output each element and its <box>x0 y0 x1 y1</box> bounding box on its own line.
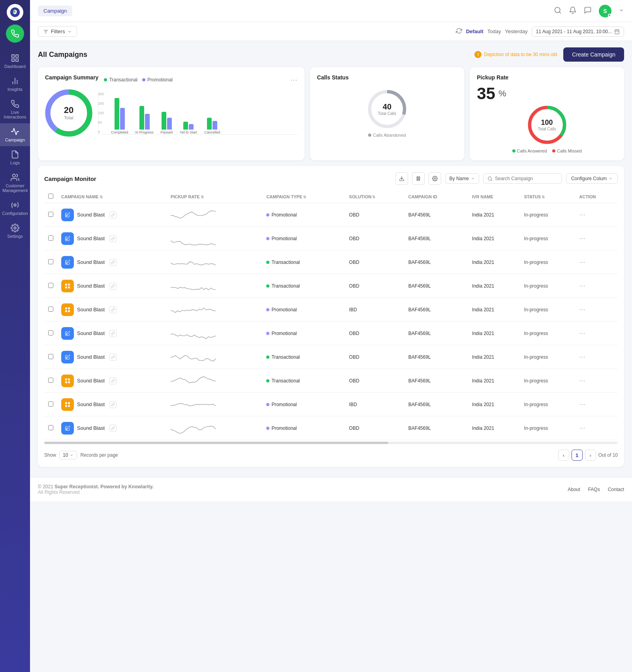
table-scrollbar[interactable] <box>44 442 618 444</box>
status-badge: In-progress <box>520 203 576 227</box>
row-more-icon[interactable]: ⋯ <box>579 377 586 384</box>
pickup-rate-cell <box>167 369 262 393</box>
sort-name-icon[interactable]: ⇅ <box>100 195 103 199</box>
campaign-tab[interactable]: Campaign <box>38 6 72 16</box>
campaign-link-icon[interactable] <box>109 330 117 337</box>
sort-pickup-icon[interactable]: ⇅ <box>201 195 204 199</box>
col-status: STATUS <box>524 194 541 199</box>
dropdown-chevron-icon[interactable] <box>619 8 624 14</box>
card-more-icon[interactable]: ⋯ <box>290 75 297 84</box>
campaign-link-icon[interactable] <box>109 259 117 266</box>
row-checkbox[interactable] <box>48 425 53 430</box>
select-all-checkbox[interactable] <box>48 194 53 199</box>
campaign-name: Sound Blast <box>77 330 105 336</box>
campaign-link-icon[interactable] <box>109 401 117 408</box>
campaign-link-icon[interactable] <box>109 282 117 290</box>
sidebar-item-logs[interactable]: Logs <box>0 146 30 169</box>
notification-icon[interactable] <box>569 6 577 15</box>
date-today-btn[interactable]: Today <box>487 28 501 34</box>
row-more-icon[interactable]: ⋯ <box>579 354 586 360</box>
pause-icon[interactable] <box>412 172 425 185</box>
campaign-type-cell: Promotional <box>262 322 345 345</box>
row-checkbox[interactable] <box>48 259 53 264</box>
search-icon[interactable] <box>554 6 562 15</box>
row-more-icon[interactable]: ⋯ <box>579 330 586 337</box>
sort-type-icon[interactable]: ⇅ <box>303 195 306 199</box>
row-more-icon[interactable]: ⋯ <box>579 282 586 289</box>
sidebar-item-live-interactions[interactable]: Live Interactions <box>0 96 30 123</box>
row-checkbox[interactable] <box>48 401 53 407</box>
row-checkbox[interactable] <box>48 354 53 359</box>
topbar-icons: S <box>554 5 624 17</box>
ivr-name-cell: India 2021 <box>468 298 520 322</box>
date-default-btn[interactable]: Default <box>466 28 483 34</box>
campaign-type-cell: Transactional <box>262 274 345 298</box>
sidebar-item-label: Campaign <box>5 137 25 142</box>
create-campaign-button[interactable]: Create Campaign <box>563 47 624 62</box>
main-content: All Campaigns ! Depiction of data to be … <box>30 41 632 473</box>
row-checkbox[interactable] <box>48 330 53 335</box>
user-avatar[interactable]: S <box>599 5 611 17</box>
row-more-icon[interactable]: ⋯ <box>579 259 586 265</box>
row-checkbox[interactable] <box>48 212 53 217</box>
settings-icon[interactable] <box>429 172 441 185</box>
campaign-link-icon[interactable] <box>109 377 117 384</box>
campaign-link-icon[interactable] <box>109 211 117 218</box>
svg-point-45 <box>66 358 67 359</box>
row-more-icon[interactable]: ⋯ <box>579 425 586 431</box>
row-checkbox[interactable] <box>48 235 53 241</box>
row-checkbox[interactable] <box>48 307 53 312</box>
calls-donut-chart: 40 Total Calls <box>367 89 407 129</box>
svg-rect-41 <box>68 307 70 309</box>
campaign-cell: Sound Blast <box>61 256 163 269</box>
table-row: Sound Blast Promotional OBD BAF4569L Ind… <box>44 322 618 345</box>
sort-status-icon[interactable]: ⇅ <box>542 195 545 199</box>
download-icon[interactable] <box>395 172 408 185</box>
sort-select[interactable]: By Name <box>445 173 479 184</box>
campaign-link-icon[interactable] <box>109 235 117 242</box>
sidebar-item-campaign[interactable]: Campaign <box>0 123 30 146</box>
search-campaign-input[interactable] <box>495 176 558 181</box>
sidebar-item-settings[interactable]: Settings <box>0 220 30 243</box>
sidebar-item-configuration[interactable]: Configuration <box>0 197 30 220</box>
svg-rect-37 <box>68 284 70 286</box>
chat-icon[interactable] <box>584 6 592 15</box>
campaign-link-icon[interactable] <box>109 354 117 361</box>
configure-columns-button[interactable]: Configure Colum <box>566 173 618 184</box>
row-more-icon[interactable]: ⋯ <box>579 401 586 408</box>
campaign-id-cell: BAF4569L <box>404 250 468 274</box>
footer-faqs-link[interactable]: FAQs <box>588 487 600 492</box>
sidebar-phone-button[interactable] <box>6 24 24 43</box>
solution-cell: IBD <box>345 298 404 322</box>
refresh-icon[interactable] <box>456 28 462 35</box>
footer-contact-link[interactable]: Contact <box>608 487 624 492</box>
monitor-title: Campaign Monitor <box>44 175 96 182</box>
campaign-link-icon[interactable] <box>109 306 117 313</box>
per-page-select[interactable]: 10 <box>59 451 77 459</box>
sort-solution-icon[interactable]: ⇅ <box>372 195 375 199</box>
campaign-link-icon[interactable] <box>109 425 117 432</box>
sort-label: By Name <box>450 176 469 181</box>
search-campaign-box[interactable] <box>483 173 562 184</box>
date-yesterday-btn[interactable]: Yesterday <box>505 28 527 34</box>
sidebar-item-dashboard[interactable]: Dashboard <box>0 50 30 73</box>
row-more-icon[interactable]: ⋯ <box>579 211 586 218</box>
col-campaign-type: CAMPAIGN TYPE <box>266 194 302 199</box>
date-range-picker[interactable]: 11 Aug 2021 - 11 Aug 2021, 10:00... <box>532 26 624 37</box>
campaign-name: Sound Blast <box>77 259 105 265</box>
ivr-name-cell: India 2021 <box>468 393 520 416</box>
campaign-summary-title: Campaign Summary <box>45 74 98 81</box>
next-page-button[interactable]: › <box>585 450 596 461</box>
row-more-icon[interactable]: ⋯ <box>579 306 586 313</box>
footer-about-link[interactable]: About <box>568 487 580 492</box>
pickup-rate-cell <box>167 250 262 274</box>
sidebar-item-insights[interactable]: Insights <box>0 73 30 96</box>
filter-button[interactable]: Filters <box>38 26 77 37</box>
pickup-rate-number: 35 <box>477 85 495 102</box>
row-checkbox[interactable] <box>48 378 53 383</box>
row-checkbox[interactable] <box>48 283 53 288</box>
sidebar-item-customer-management[interactable]: Customer Management <box>0 169 30 197</box>
prev-page-button[interactable]: ‹ <box>558 450 569 461</box>
col-pickup-rate: PICKUP RATE <box>171 194 200 199</box>
row-more-icon[interactable]: ⋯ <box>579 235 586 242</box>
